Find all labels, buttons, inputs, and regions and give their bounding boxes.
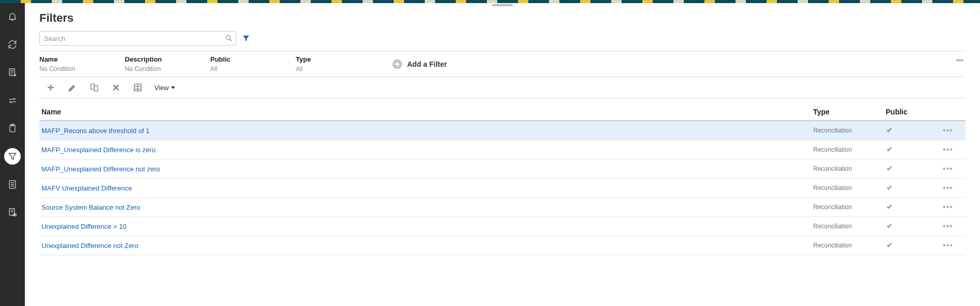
row-public (886, 165, 932, 173)
check-icon (886, 165, 893, 172)
row-actions-menu[interactable]: ••• (932, 183, 963, 193)
search-box (39, 31, 236, 46)
filter-criteria-label: Type (296, 55, 373, 63)
svg-point-1 (14, 74, 16, 76)
column-header-actions (932, 108, 963, 116)
row-name-link[interactable]: Source System Balance not Zero (41, 203, 813, 211)
row-type: Reconciliation (813, 127, 886, 134)
check-icon (886, 241, 893, 249)
row-public (886, 184, 932, 193)
transfer-icon (7, 95, 18, 106)
document-gear-icon (7, 67, 18, 78)
grid-icon (133, 82, 143, 93)
nav-views[interactable] (4, 204, 21, 221)
panel-drag-handle[interactable] (492, 4, 513, 6)
row-actions-menu[interactable]: ••• (932, 145, 963, 154)
column-header-public[interactable]: Public (886, 108, 932, 116)
table-row[interactable]: MAFP_Unexplained Difference is zeroRecon… (39, 140, 965, 159)
clipboard-icon (7, 123, 18, 134)
row-actions-menu[interactable]: ••• (932, 202, 963, 212)
table-header: Name Type Public (39, 104, 965, 121)
row-name-link[interactable]: MAFP_Unexplained Difference is zero (41, 146, 813, 154)
nav-notifications[interactable] (4, 8, 21, 25)
nav-clipboard[interactable] (4, 120, 21, 137)
chevron-down-icon (171, 86, 175, 89)
row-name-link[interactable]: MAFP_Recons above threshold of 1 (41, 127, 813, 135)
filter-criteria-value: No Condition (39, 65, 117, 72)
row-actions-menu[interactable]: ••• (932, 126, 963, 135)
filter-criteria-label: Description (125, 55, 202, 63)
nav-refresh[interactable] (4, 36, 21, 53)
check-icon (886, 222, 893, 229)
main-content: Filters NameNo ConditionDescriptionNo Co… (25, 3, 980, 306)
nav-filters[interactable] (4, 148, 21, 165)
filter-criteria-name[interactable]: NameNo Condition (39, 55, 125, 72)
row-public (886, 126, 932, 135)
delete-button[interactable] (111, 82, 121, 93)
row-type: Reconciliation (813, 203, 886, 211)
table-row[interactable]: MAFP_Unexplained Difference not zeroReco… (39, 159, 965, 179)
filter-criteria-label: Name (39, 55, 117, 63)
nav-transfer[interactable] (4, 92, 21, 109)
new-button[interactable] (46, 82, 56, 93)
publish-button[interactable] (133, 82, 143, 93)
svg-rect-10 (91, 84, 94, 89)
nav-sidebar (0, 3, 25, 306)
row-type: Reconciliation (813, 146, 886, 153)
add-filter-button[interactable]: Add a Filter (392, 59, 447, 70)
nav-lists[interactable] (4, 176, 21, 193)
list-icon (7, 179, 18, 190)
row-name-link[interactable]: MAFV Unexplained Difference (41, 184, 813, 192)
pencil-icon (67, 82, 78, 93)
filter-criteria-description[interactable]: DescriptionNo Condition (125, 55, 210, 72)
table-row[interactable]: Unexplained Difference not ZeroReconcili… (39, 236, 965, 255)
table-row[interactable]: MAFV Unexplained DifferenceReconciliatio… (39, 179, 965, 198)
refresh-icon (7, 39, 18, 50)
check-icon (886, 126, 893, 134)
bell-icon (7, 11, 18, 22)
filter-toggle-icon[interactable] (241, 34, 251, 43)
filter-criteria-public[interactable]: PublicAll (210, 55, 296, 72)
row-public (886, 145, 932, 154)
duplicate-icon (89, 82, 99, 93)
filter-criteria-value: No Condition (125, 65, 202, 72)
filter-bar-more-icon[interactable]: ••• (956, 56, 963, 64)
row-actions-menu[interactable]: ••• (932, 222, 963, 231)
filter-criteria-type[interactable]: TypeAll (296, 55, 381, 72)
filter-criteria-label: Public (210, 55, 287, 63)
table-row[interactable]: Source System Balance not ZeroReconcilia… (39, 198, 965, 217)
svg-rect-11 (94, 86, 98, 91)
plus-circle-icon (392, 59, 403, 70)
view-menu[interactable]: View (154, 84, 175, 92)
row-actions-menu[interactable]: ••• (932, 164, 963, 173)
edit-button[interactable] (67, 82, 78, 93)
page-title: Filters (39, 11, 965, 25)
add-filter-label: Add a Filter (407, 60, 447, 68)
filter-icon (7, 151, 18, 162)
x-icon (111, 82, 121, 93)
search-input[interactable] (39, 31, 236, 46)
row-name-link[interactable]: MAFP_Unexplained Difference not zero (41, 165, 813, 173)
filters-table: Name Type Public MAFP_Recons above thres… (39, 104, 965, 255)
row-name-link[interactable]: Unexplained Difference not Zero (41, 242, 813, 250)
column-header-name[interactable]: Name (41, 108, 813, 116)
duplicate-button[interactable] (89, 82, 99, 93)
plus-icon (46, 82, 56, 93)
row-public (886, 222, 932, 231)
filter-criteria-bar: NameNo ConditionDescriptionNo ConditionP… (39, 51, 965, 77)
column-header-type[interactable]: Type (813, 108, 886, 116)
svg-point-8 (226, 36, 230, 40)
table-row[interactable]: Unexplained Difference > 10Reconciliatio… (39, 217, 965, 236)
search-icon[interactable] (225, 34, 233, 42)
row-name-link[interactable]: Unexplained Difference > 10 (41, 223, 813, 230)
check-icon (886, 145, 893, 153)
nav-worklist[interactable] (4, 64, 21, 81)
search-row (39, 31, 965, 46)
row-public (886, 241, 932, 250)
check-icon (886, 203, 893, 210)
row-actions-menu[interactable]: ••• (932, 241, 963, 250)
row-type: Reconciliation (813, 165, 886, 172)
table-row[interactable]: MAFP_Recons above threshold of 1Reconcil… (39, 121, 965, 140)
row-public (886, 203, 932, 212)
row-type: Reconciliation (813, 242, 886, 249)
